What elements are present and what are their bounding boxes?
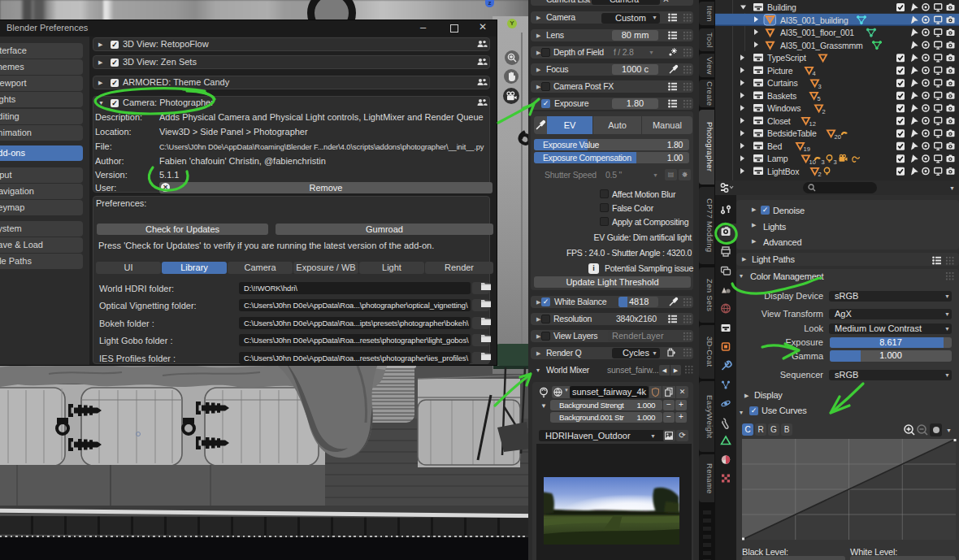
- svg-text:Baskets: Baskets: [767, 91, 796, 101]
- svg-text:19: 19: [804, 145, 810, 153]
- svg-text:Curtains: Curtains: [767, 78, 798, 88]
- svg-text:BedsideTable: BedsideTable: [767, 128, 817, 138]
- svg-text:2: 2: [822, 108, 826, 115]
- svg-text:Picture: Picture: [767, 66, 793, 76]
- svg-text:2: 2: [818, 171, 822, 178]
- svg-text:3: 3: [822, 158, 825, 166]
- svg-text:Closet: Closet: [767, 116, 791, 126]
- svg-text:4: 4: [813, 70, 816, 77]
- svg-text:LightBox: LightBox: [767, 167, 800, 176]
- svg-text:Building: Building: [767, 2, 796, 12]
- svg-text:Bed: Bed: [767, 141, 782, 151]
- svg-text:AI35_001_floor_001: AI35_001_floor_001: [780, 28, 854, 37]
- svg-text:TypeScript: TypeScript: [767, 53, 806, 63]
- svg-text:5: 5: [818, 95, 821, 102]
- svg-text:3: 3: [818, 83, 822, 90]
- svg-text:AI35_001_Grassmmm: AI35_001_Grassmmm: [780, 41, 863, 50]
- svg-text:20: 20: [835, 133, 841, 141]
- svg-text:Windows: Windows: [767, 103, 801, 113]
- svg-text:12: 12: [809, 120, 816, 128]
- svg-text:Lamp: Lamp: [767, 154, 788, 163]
- svg-text:AI35_001_building: AI35_001_building: [780, 15, 848, 25]
- svg-text:3: 3: [834, 158, 837, 166]
